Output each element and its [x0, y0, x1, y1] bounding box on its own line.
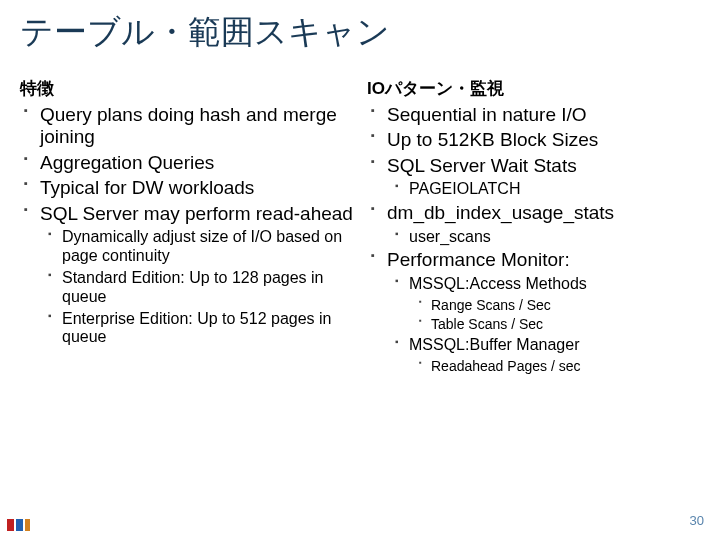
list-item: Dynamically adjust size of I/O based on … [62, 228, 355, 266]
list-item: MSSQL:Buffer Manager Readahead Pages / s… [409, 336, 702, 374]
logo-icon [6, 516, 32, 534]
list-text: Enterprise Edition: Up to 512 pages in q… [62, 310, 332, 346]
list-text: Query plans doing hash and merge joining [40, 104, 337, 147]
list-text: Table Scans / Sec [431, 316, 543, 332]
list-text: SQL Server Wait Stats [387, 155, 577, 176]
list-item: SQL Server may perform read-ahead Dynami… [40, 203, 355, 348]
list-text: Typical for DW workloads [40, 177, 254, 198]
list-text: Sequential in nature I/O [387, 104, 587, 125]
list-text: PAGEIOLATCH [409, 180, 520, 197]
svg-rect-3 [25, 519, 30, 531]
list-item: Readahead Pages / sec [431, 358, 702, 375]
left-heading: 特徴 [20, 77, 355, 100]
list-text: Up to 512KB Block Sizes [387, 129, 598, 150]
list-item: Performance Monitor: MSSQL:Access Method… [387, 249, 702, 374]
list-text: Readahead Pages / sec [431, 358, 580, 374]
list-item: Range Scans / Sec [431, 297, 702, 314]
list-item: Typical for DW workloads [40, 177, 355, 199]
svg-rect-1 [7, 519, 14, 531]
list-text: SQL Server may perform read-ahead [40, 203, 353, 224]
right-column: IOパターン・監視 Sequential in nature I/O Up to… [365, 73, 702, 377]
left-list: Query plans doing hash and merge joining… [18, 104, 355, 347]
page-number: 30 [690, 513, 704, 528]
list-text: user_scans [409, 228, 491, 245]
list-item: Sequential in nature I/O [387, 104, 702, 126]
list-item: PAGEIOLATCH [409, 180, 702, 199]
sublist: Readahead Pages / sec [409, 358, 702, 375]
list-text: Performance Monitor: [387, 249, 570, 270]
list-text: MSSQL:Buffer Manager [409, 336, 579, 353]
sublist: Range Scans / Sec Table Scans / Sec [409, 297, 702, 333]
svg-rect-2 [16, 519, 23, 531]
columns: 特徴 Query plans doing hash and merge join… [18, 73, 702, 377]
list-item: dm_db_index_usage_stats user_scans [387, 202, 702, 246]
list-text: Aggregation Queries [40, 152, 214, 173]
list-item: SQL Server Wait Stats PAGEIOLATCH [387, 155, 702, 199]
list-text: MSSQL:Access Methods [409, 275, 587, 292]
list-text: Dynamically adjust size of I/O based on … [62, 228, 342, 264]
list-item: Aggregation Queries [40, 152, 355, 174]
sublist: PAGEIOLATCH [387, 180, 702, 199]
list-item: Table Scans / Sec [431, 316, 702, 333]
right-list: Sequential in nature I/O Up to 512KB Blo… [365, 104, 702, 374]
list-text: dm_db_index_usage_stats [387, 202, 614, 223]
list-item: Enterprise Edition: Up to 512 pages in q… [62, 310, 355, 348]
sublist: MSSQL:Access Methods Range Scans / Sec T… [387, 275, 702, 374]
list-item: Query plans doing hash and merge joining [40, 104, 355, 149]
list-item: MSSQL:Access Methods Range Scans / Sec T… [409, 275, 702, 333]
sublist: Dynamically adjust size of I/O based on … [40, 228, 355, 347]
list-item: user_scans [409, 228, 702, 247]
list-item: Up to 512KB Block Sizes [387, 129, 702, 151]
sublist: user_scans [387, 228, 702, 247]
right-heading: IOパターン・監視 [367, 77, 702, 100]
list-text: Range Scans / Sec [431, 297, 551, 313]
left-column: 特徴 Query plans doing hash and merge join… [18, 73, 355, 377]
list-text: Standard Edition: Up to 128 pages in que… [62, 269, 324, 305]
slide-title: テーブル・範囲スキャン [20, 10, 702, 55]
list-item: Standard Edition: Up to 128 pages in que… [62, 269, 355, 307]
slide: テーブル・範囲スキャン 特徴 Query plans doing hash an… [0, 0, 720, 540]
